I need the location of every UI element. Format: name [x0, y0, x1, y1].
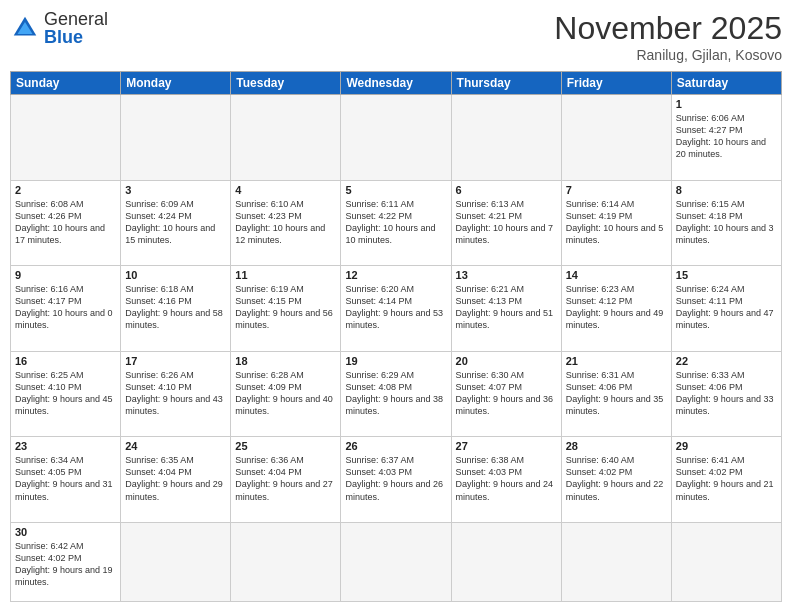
day-number: 24: [125, 440, 226, 452]
calendar-week-row: 1Sunrise: 6:06 AM Sunset: 4:27 PM Daylig…: [11, 95, 782, 181]
day-info: Sunrise: 6:33 AM Sunset: 4:06 PM Dayligh…: [676, 369, 777, 418]
calendar-week-row: 16Sunrise: 6:25 AM Sunset: 4:10 PM Dayli…: [11, 351, 782, 437]
calendar-cell: 18Sunrise: 6:28 AM Sunset: 4:09 PM Dayli…: [231, 351, 341, 437]
calendar-cell: 22Sunrise: 6:33 AM Sunset: 4:06 PM Dayli…: [671, 351, 781, 437]
title-block: November 2025 Ranilug, Gjilan, Kosovo: [554, 10, 782, 63]
location: Ranilug, Gjilan, Kosovo: [554, 47, 782, 63]
calendar-cell: [11, 95, 121, 181]
day-number: 23: [15, 440, 116, 452]
calendar-cell: 26Sunrise: 6:37 AM Sunset: 4:03 PM Dayli…: [341, 437, 451, 523]
day-number: 28: [566, 440, 667, 452]
day-info: Sunrise: 6:18 AM Sunset: 4:16 PM Dayligh…: [125, 283, 226, 332]
calendar-cell: 28Sunrise: 6:40 AM Sunset: 4:02 PM Dayli…: [561, 437, 671, 523]
day-info: Sunrise: 6:30 AM Sunset: 4:07 PM Dayligh…: [456, 369, 557, 418]
day-number: 6: [456, 184, 557, 196]
day-number: 27: [456, 440, 557, 452]
day-info: Sunrise: 6:19 AM Sunset: 4:15 PM Dayligh…: [235, 283, 336, 332]
col-sunday: Sunday: [11, 72, 121, 95]
header: General Blue November 2025 Ranilug, Gjil…: [10, 10, 782, 63]
day-number: 21: [566, 355, 667, 367]
day-info: Sunrise: 6:21 AM Sunset: 4:13 PM Dayligh…: [456, 283, 557, 332]
calendar-cell: 25Sunrise: 6:36 AM Sunset: 4:04 PM Dayli…: [231, 437, 341, 523]
day-info: Sunrise: 6:10 AM Sunset: 4:23 PM Dayligh…: [235, 198, 336, 247]
calendar-cell: [451, 522, 561, 601]
day-number: 25: [235, 440, 336, 452]
calendar-cell: 16Sunrise: 6:25 AM Sunset: 4:10 PM Dayli…: [11, 351, 121, 437]
calendar-cell: 4Sunrise: 6:10 AM Sunset: 4:23 PM Daylig…: [231, 180, 341, 266]
page: General Blue November 2025 Ranilug, Gjil…: [0, 0, 792, 612]
calendar-table: Sunday Monday Tuesday Wednesday Thursday…: [10, 71, 782, 602]
calendar-cell: 12Sunrise: 6:20 AM Sunset: 4:14 PM Dayli…: [341, 266, 451, 352]
day-number: 30: [15, 526, 116, 538]
calendar-cell: 2Sunrise: 6:08 AM Sunset: 4:26 PM Daylig…: [11, 180, 121, 266]
calendar-cell: 1Sunrise: 6:06 AM Sunset: 4:27 PM Daylig…: [671, 95, 781, 181]
day-info: Sunrise: 6:23 AM Sunset: 4:12 PM Dayligh…: [566, 283, 667, 332]
logo-blue-text: Blue: [44, 28, 108, 46]
day-info: Sunrise: 6:41 AM Sunset: 4:02 PM Dayligh…: [676, 454, 777, 503]
day-info: Sunrise: 6:09 AM Sunset: 4:24 PM Dayligh…: [125, 198, 226, 247]
day-info: Sunrise: 6:13 AM Sunset: 4:21 PM Dayligh…: [456, 198, 557, 247]
day-number: 22: [676, 355, 777, 367]
calendar-cell: [561, 95, 671, 181]
day-info: Sunrise: 6:25 AM Sunset: 4:10 PM Dayligh…: [15, 369, 116, 418]
calendar-cell: 10Sunrise: 6:18 AM Sunset: 4:16 PM Dayli…: [121, 266, 231, 352]
calendar-cell: 19Sunrise: 6:29 AM Sunset: 4:08 PM Dayli…: [341, 351, 451, 437]
day-number: 2: [15, 184, 116, 196]
day-number: 10: [125, 269, 226, 281]
calendar-cell: [121, 95, 231, 181]
calendar-cell: 20Sunrise: 6:30 AM Sunset: 4:07 PM Dayli…: [451, 351, 561, 437]
day-number: 18: [235, 355, 336, 367]
day-number: 5: [345, 184, 446, 196]
day-info: Sunrise: 6:31 AM Sunset: 4:06 PM Dayligh…: [566, 369, 667, 418]
day-number: 12: [345, 269, 446, 281]
day-info: Sunrise: 6:37 AM Sunset: 4:03 PM Dayligh…: [345, 454, 446, 503]
calendar-cell: [121, 522, 231, 601]
calendar-cell: 15Sunrise: 6:24 AM Sunset: 4:11 PM Dayli…: [671, 266, 781, 352]
day-number: 16: [15, 355, 116, 367]
calendar-cell: 17Sunrise: 6:26 AM Sunset: 4:10 PM Dayli…: [121, 351, 231, 437]
day-info: Sunrise: 6:28 AM Sunset: 4:09 PM Dayligh…: [235, 369, 336, 418]
calendar-cell: 9Sunrise: 6:16 AM Sunset: 4:17 PM Daylig…: [11, 266, 121, 352]
day-info: Sunrise: 6:06 AM Sunset: 4:27 PM Dayligh…: [676, 112, 777, 161]
day-number: 15: [676, 269, 777, 281]
day-info: Sunrise: 6:36 AM Sunset: 4:04 PM Dayligh…: [235, 454, 336, 503]
calendar-header-row: Sunday Monday Tuesday Wednesday Thursday…: [11, 72, 782, 95]
calendar-cell: 11Sunrise: 6:19 AM Sunset: 4:15 PM Dayli…: [231, 266, 341, 352]
calendar-cell: [231, 522, 341, 601]
logo-icon: [10, 13, 40, 43]
col-friday: Friday: [561, 72, 671, 95]
day-number: 3: [125, 184, 226, 196]
calendar-cell: 23Sunrise: 6:34 AM Sunset: 4:05 PM Dayli…: [11, 437, 121, 523]
calendar-cell: [341, 95, 451, 181]
day-info: Sunrise: 6:14 AM Sunset: 4:19 PM Dayligh…: [566, 198, 667, 247]
day-info: Sunrise: 6:38 AM Sunset: 4:03 PM Dayligh…: [456, 454, 557, 503]
day-number: 20: [456, 355, 557, 367]
calendar-week-row: 2Sunrise: 6:08 AM Sunset: 4:26 PM Daylig…: [11, 180, 782, 266]
day-info: Sunrise: 6:40 AM Sunset: 4:02 PM Dayligh…: [566, 454, 667, 503]
day-info: Sunrise: 6:26 AM Sunset: 4:10 PM Dayligh…: [125, 369, 226, 418]
calendar-cell: 30Sunrise: 6:42 AM Sunset: 4:02 PM Dayli…: [11, 522, 121, 601]
calendar-cell: [561, 522, 671, 601]
calendar-week-row: 30Sunrise: 6:42 AM Sunset: 4:02 PM Dayli…: [11, 522, 782, 601]
logo-general-text: General: [44, 10, 108, 28]
day-number: 7: [566, 184, 667, 196]
col-saturday: Saturday: [671, 72, 781, 95]
calendar-cell: [231, 95, 341, 181]
calendar-cell: 27Sunrise: 6:38 AM Sunset: 4:03 PM Dayli…: [451, 437, 561, 523]
day-info: Sunrise: 6:42 AM Sunset: 4:02 PM Dayligh…: [15, 540, 116, 589]
calendar-cell: 6Sunrise: 6:13 AM Sunset: 4:21 PM Daylig…: [451, 180, 561, 266]
day-number: 29: [676, 440, 777, 452]
calendar-cell: 7Sunrise: 6:14 AM Sunset: 4:19 PM Daylig…: [561, 180, 671, 266]
calendar-week-row: 9Sunrise: 6:16 AM Sunset: 4:17 PM Daylig…: [11, 266, 782, 352]
day-info: Sunrise: 6:16 AM Sunset: 4:17 PM Dayligh…: [15, 283, 116, 332]
day-info: Sunrise: 6:15 AM Sunset: 4:18 PM Dayligh…: [676, 198, 777, 247]
col-thursday: Thursday: [451, 72, 561, 95]
calendar-cell: 14Sunrise: 6:23 AM Sunset: 4:12 PM Dayli…: [561, 266, 671, 352]
calendar-cell: [451, 95, 561, 181]
calendar-week-row: 23Sunrise: 6:34 AM Sunset: 4:05 PM Dayli…: [11, 437, 782, 523]
calendar-cell: [671, 522, 781, 601]
day-info: Sunrise: 6:11 AM Sunset: 4:22 PM Dayligh…: [345, 198, 446, 247]
calendar-cell: [341, 522, 451, 601]
calendar-cell: 5Sunrise: 6:11 AM Sunset: 4:22 PM Daylig…: [341, 180, 451, 266]
day-number: 8: [676, 184, 777, 196]
